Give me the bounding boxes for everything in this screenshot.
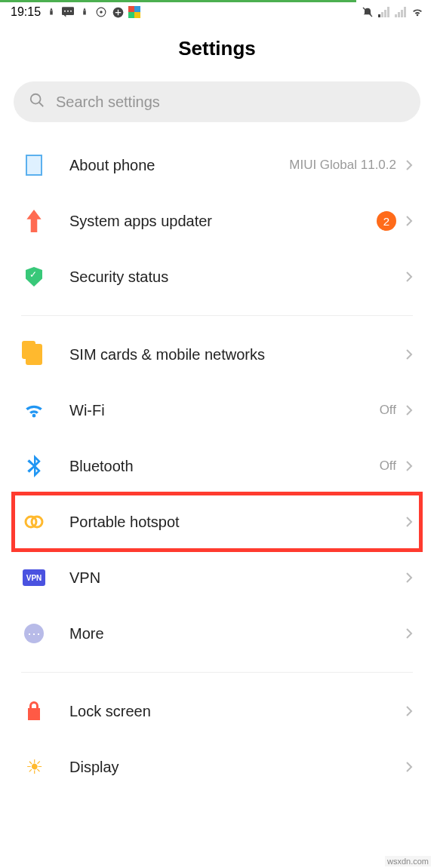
page-title: Settings xyxy=(0,37,434,60)
about-phone-icon xyxy=(21,152,47,178)
arrow-up-icon xyxy=(21,208,47,234)
wifi-status-icon xyxy=(411,6,423,18)
svg-rect-17 xyxy=(398,12,400,17)
svg-rect-16 xyxy=(395,14,397,17)
divider xyxy=(21,315,413,316)
svg-rect-9 xyxy=(128,12,134,18)
row-wifi[interactable]: Wi-Fi Off xyxy=(14,382,420,438)
chevron-right-icon xyxy=(405,572,413,584)
chevron-right-icon xyxy=(405,460,413,472)
row-label: Wi-Fi xyxy=(69,402,380,419)
status-time: 19:15 xyxy=(11,5,41,19)
update-badge: 2 xyxy=(377,211,396,231)
row-label: System apps updater xyxy=(69,213,377,230)
status-icon-sync xyxy=(112,6,124,18)
svg-rect-18 xyxy=(401,10,403,17)
search-input[interactable] xyxy=(56,94,405,111)
search-icon xyxy=(29,92,45,112)
row-label: Lock screen xyxy=(69,703,405,720)
svg-point-20 xyxy=(31,94,41,104)
svg-rect-10 xyxy=(134,12,140,18)
row-label: More xyxy=(69,625,405,643)
row-sim-cards[interactable]: SIM cards & mobile networks xyxy=(14,327,420,382)
svg-rect-12 xyxy=(378,14,380,17)
row-display[interactable]: ☀ Display xyxy=(14,739,420,795)
vpn-icon: VPN xyxy=(21,565,47,590)
status-icon-pinterest xyxy=(95,6,107,18)
row-portable-hotspot[interactable]: Portable hotspot xyxy=(14,494,420,550)
chevron-right-icon xyxy=(405,627,413,639)
chevron-right-icon xyxy=(405,761,413,773)
status-bar: 19:15 xyxy=(0,2,434,23)
chevron-right-icon xyxy=(405,404,413,416)
watermark: wsxdn.com xyxy=(385,856,431,866)
svg-rect-19 xyxy=(404,7,406,17)
svg-point-2 xyxy=(67,11,69,12)
row-more[interactable]: ⋯ More xyxy=(14,606,420,661)
svg-point-1 xyxy=(64,11,66,12)
search-box[interactable] xyxy=(14,81,420,122)
chevron-right-icon xyxy=(405,705,413,717)
row-system-apps-updater[interactable]: System apps updater 2 xyxy=(14,193,420,249)
status-icon-notification xyxy=(45,6,57,18)
row-vpn[interactable]: VPN VPN xyxy=(14,550,420,606)
chevron-right-icon xyxy=(405,159,413,171)
svg-rect-7 xyxy=(128,6,134,12)
sun-icon: ☀ xyxy=(21,754,47,780)
row-label: Bluetooth xyxy=(69,458,380,475)
row-lock-screen[interactable]: Lock screen xyxy=(14,683,420,739)
sim-icon xyxy=(21,342,47,367)
row-security-status[interactable]: Security status xyxy=(14,249,420,305)
chevron-right-icon xyxy=(405,348,413,360)
status-icon-message xyxy=(62,6,74,18)
chevron-right-icon xyxy=(405,516,413,528)
row-value: MIUI Global 11.0.2 xyxy=(289,158,396,173)
row-label: Display xyxy=(69,759,405,776)
signal-2-icon xyxy=(395,6,407,18)
divider xyxy=(21,672,413,673)
row-label: Security status xyxy=(69,268,405,286)
status-icon-app xyxy=(128,6,140,18)
svg-point-5 xyxy=(100,11,103,14)
chevron-right-icon xyxy=(405,215,413,227)
row-value: Off xyxy=(380,459,396,474)
more-icon: ⋯ xyxy=(21,621,47,646)
svg-rect-8 xyxy=(134,6,140,12)
row-value: Off xyxy=(380,403,396,418)
svg-point-3 xyxy=(70,11,72,12)
svg-rect-15 xyxy=(387,7,389,17)
bluetooth-icon xyxy=(21,453,47,479)
lock-icon xyxy=(21,698,47,724)
chevron-right-icon xyxy=(405,271,413,283)
wifi-icon xyxy=(21,397,47,423)
row-label: SIM cards & mobile networks xyxy=(69,346,405,363)
row-about-phone[interactable]: About phone MIUI Global 11.0.2 xyxy=(14,137,420,193)
svg-rect-13 xyxy=(381,12,383,17)
status-icon-notification-2 xyxy=(78,6,91,18)
svg-line-21 xyxy=(39,103,44,107)
row-bluetooth[interactable]: Bluetooth Off xyxy=(14,438,420,494)
alarm-off-icon xyxy=(362,6,374,18)
svg-rect-14 xyxy=(384,10,386,17)
row-label: Portable hotspot xyxy=(69,514,405,531)
hotspot-icon xyxy=(21,509,47,535)
signal-1-icon xyxy=(378,6,390,18)
row-label: VPN xyxy=(69,569,405,587)
shield-icon xyxy=(21,264,47,290)
row-label: About phone xyxy=(69,157,289,174)
